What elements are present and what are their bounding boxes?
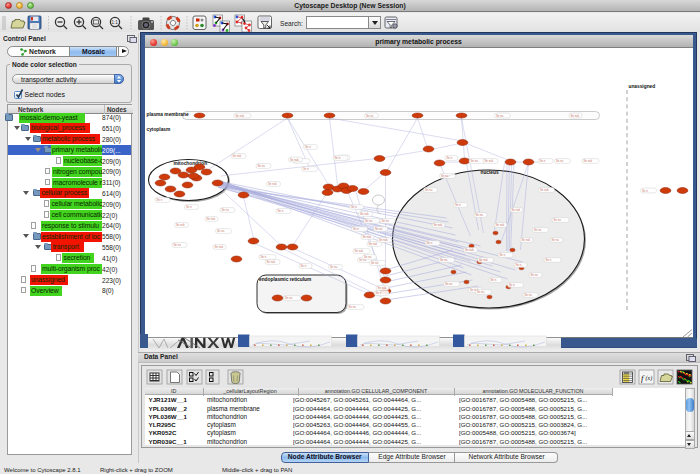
svg-text:Sn n: Sn n [186,205,192,209]
svg-text:Sn nu: Sn nu [285,296,293,300]
svg-text:Sn n: Sn n [490,278,496,282]
svg-text:Sn nu: Sn nu [475,213,483,217]
svg-text:Sn n: Sn n [353,227,359,231]
svg-text:Sn n: Sn n [455,203,461,207]
svg-text:Sn nu: Sn nu [524,293,532,297]
svg-text:Sn nu: Sn nu [534,228,542,232]
svg-text:Sn nu: Sn nu [173,243,181,247]
svg-text:unassigned: unassigned [628,84,655,89]
svg-text:Sn nuk: Sn nuk [360,212,369,216]
svg-text:Sn n: Sn n [305,145,311,149]
svg-text:Sn nu: Sn nu [330,265,338,269]
svg-text:Sn nuk: Sn nuk [232,154,241,158]
svg-text:Sn nuk: Sn nuk [206,217,215,221]
svg-text:Sn nuk: Sn nuk [521,238,530,242]
svg-text:Sn nu: Sn nu [425,188,433,192]
svg-text:Sn nuk: Sn nuk [368,242,377,246]
svg-text:Sn n: Sn n [545,258,551,262]
svg-text:Sn n: Sn n [375,291,381,295]
svg-text:Sn nu: Sn nu [371,261,379,265]
svg-text:Sn nu: Sn nu [445,282,453,286]
svg-text:Sn n: Sn n [334,156,340,160]
svg-text:Search:: Search: [280,19,303,26]
svg-text:Sn nu: Sn nu [366,114,374,118]
svg-text:Sn nu: Sn nu [496,114,504,118]
svg-text:Sn n: Sn n [446,156,452,160]
svg-text:Sn nuk: Sn nuk [235,114,244,118]
svg-text:Sn nu: Sn nu [257,164,265,168]
svg-text:Sn nu: Sn nu [441,174,449,178]
svg-text:Sn nuk: Sn nuk [362,235,371,239]
svg-text:Sn n: Sn n [351,205,357,209]
svg-text:Sn nu: Sn nu [348,305,356,309]
svg-text:plasma membrane: plasma membrane [146,112,188,117]
svg-text:Sn nuk: Sn nuk [583,159,592,163]
svg-text:Sn nu: Sn nu [477,290,485,294]
svg-text:nucleus: nucleus [480,170,498,175]
svg-text:Sn nuk: Sn nuk [511,208,520,212]
svg-text:Sn nu: Sn nu [553,218,561,222]
svg-text:Sn nu: Sn nu [375,227,383,231]
svg-text:Sn n: Sn n [277,209,283,213]
svg-text:Sn nu: Sn nu [470,159,478,163]
svg-text:cytoplasm: cytoplasm [146,127,170,132]
svg-text:Sn n: Sn n [539,159,545,163]
svg-text:(x): (x) [646,375,653,382]
svg-text:Sn nuk: Sn nuk [540,188,549,192]
svg-text:Sn n: Sn n [260,255,266,259]
svg-text:Sn n: Sn n [300,264,306,268]
svg-text:Sn nu: Sn nu [556,159,564,163]
svg-text:Sn nuk: Sn nuk [495,223,504,227]
svg-text:Sn n: Sn n [509,283,515,287]
svg-text:Sn nuk: Sn nuk [570,114,579,118]
svg-text:Sn nu: Sn nu [364,255,372,259]
svg-text:Sn nu: Sn nu [365,219,373,223]
svg-text:Sn nuk: Sn nuk [176,223,185,227]
svg-text:Sn nu: Sn nu [381,219,389,223]
svg-text:Sn n: Sn n [642,189,648,193]
svg-text:Sn nuk: Sn nuk [214,245,223,249]
svg-text:Sn n: Sn n [426,241,432,245]
svg-text:Sn n: Sn n [156,198,162,202]
svg-text:Sn n: Sn n [499,253,505,257]
svg-text:1:1: 1:1 [112,20,119,25]
svg-text:Sn nu: Sn nu [530,273,538,277]
svg-text:Sn nuk: Sn nuk [433,223,442,227]
svg-text:Sn nuk: Sn nuk [266,260,275,264]
svg-text:Sn n: Sn n [515,263,521,267]
svg-text:Sn nuk: Sn nuk [354,249,363,253]
svg-text:Sn nuk: Sn nuk [268,182,277,186]
svg-text:Sn nuk: Sn nuk [377,286,386,290]
svg-text:Sn nuk: Sn nuk [465,248,474,252]
svg-text:Sn n: Sn n [303,167,309,171]
svg-text:endoplasmic reticulum: endoplasmic reticulum [259,277,311,282]
svg-text:Sn nu: Sn nu [217,229,225,233]
svg-text:Sn nu: Sn nu [440,258,448,262]
svg-text:Sn nuk: Sn nuk [290,158,299,162]
svg-text:Sn nuk: Sn nuk [484,159,493,163]
svg-text:Sn nuk: Sn nuk [479,258,488,262]
svg-text:Sn nu: Sn nu [551,238,559,242]
svg-text:Sn nu: Sn nu [221,208,229,212]
svg-text:Sn nuk: Sn nuk [379,238,388,242]
